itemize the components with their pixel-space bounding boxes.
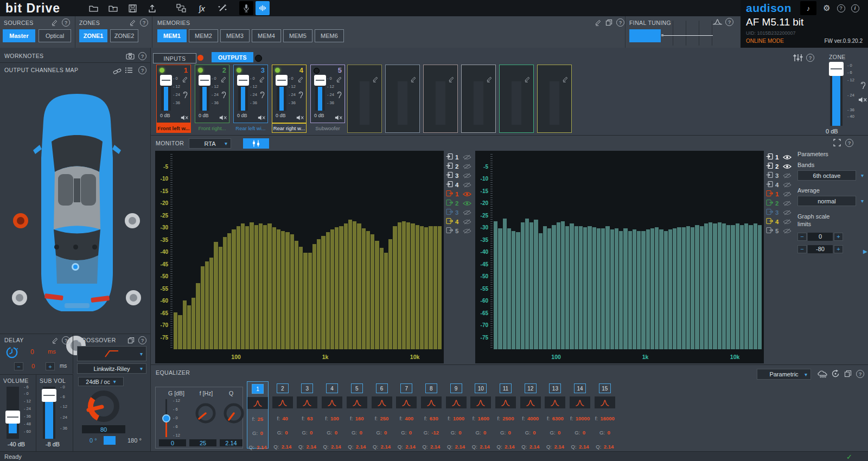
bell-curve-icon[interactable] [595, 396, 615, 408]
q-knob[interactable] [222, 401, 246, 425]
eye-off-icon[interactable] [783, 208, 792, 217]
delay-minus-button[interactable]: − [14, 362, 23, 370]
eye-off-icon[interactable] [783, 199, 792, 208]
limit-top-minus-button[interactable]: − [797, 233, 807, 241]
eq-band-number-button[interactable]: 11 [500, 383, 512, 393]
listening-point[interactable] [72, 263, 79, 271]
delay-help-icon[interactable]: ? [62, 336, 70, 344]
bands-dropdown[interactable]: 6th octave▾ [797, 170, 856, 181]
memory-button-mem4[interactable]: MEM4 [252, 29, 281, 42]
final-tuning-help-icon[interactable]: ? [725, 18, 733, 26]
limit-bottom-minus-button[interactable]: − [797, 245, 807, 253]
bell-curve-icon[interactable] [297, 396, 317, 408]
channel-power-led[interactable] [314, 68, 320, 74]
channel-mute-icon[interactable] [219, 113, 227, 123]
eye-off-icon[interactable] [463, 226, 471, 236]
eq-band-number-button[interactable]: 9 [450, 383, 462, 393]
microphone-button[interactable] [239, 1, 253, 15]
memories-copy-icon[interactable] [605, 18, 612, 28]
empty-channel-slot[interactable] [537, 65, 572, 133]
eye-off-icon[interactable] [463, 171, 471, 181]
tab-inputs[interactable]: INPUTS [153, 53, 196, 63]
eye-off-icon[interactable] [783, 217, 792, 227]
rta-levels-button[interactable] [256, 1, 270, 15]
monitor-help-icon[interactable]: ? [845, 139, 853, 147]
eq-help-icon[interactable]: ? [856, 370, 864, 378]
monitor-mode-dropdown[interactable]: RTA▾ [189, 138, 231, 149]
channel-listen-ear-icon[interactable] [182, 91, 188, 101]
channel-power-led[interactable] [275, 68, 280, 73]
eye-icon[interactable] [783, 162, 792, 171]
eq-band-number-button[interactable]: 14 [574, 383, 586, 393]
zone-mute-icon[interactable] [858, 95, 867, 105]
memories-help-icon[interactable]: ? [616, 18, 624, 27]
eye-off-icon[interactable] [463, 180, 471, 190]
channel-fader-handle[interactable] [276, 75, 288, 86]
eq-band-number-button[interactable]: 12 [525, 383, 537, 393]
bell-curve-icon[interactable] [347, 396, 367, 408]
channel-fader-handle[interactable] [160, 75, 172, 86]
empty-channel-slot[interactable] [385, 65, 420, 133]
gain-slider-handle[interactable] [162, 414, 170, 422]
channel-fader-handle[interactable] [237, 75, 249, 86]
bell-curve-icon[interactable] [421, 396, 442, 408]
memory-button-mem1[interactable]: MEM1 [157, 29, 187, 42]
routing-icon[interactable] [174, 1, 188, 15]
phase-toggle[interactable] [104, 436, 116, 445]
freq-knob[interactable] [194, 401, 218, 425]
channel-mute-icon[interactable] [258, 113, 266, 123]
play-tone-button[interactable]: ♪ [800, 1, 816, 15]
empty-channel-slot[interactable] [347, 65, 382, 133]
eq-mode-dropdown[interactable]: Parametric▾ [757, 369, 811, 380]
eq-band-number-button[interactable]: 6 [376, 383, 388, 393]
memory-button-mem6[interactable]: MEM6 [315, 29, 344, 42]
crossover-help-icon[interactable]: ? [138, 336, 146, 344]
channel-listen-ear-icon[interactable] [298, 91, 304, 101]
help-icon[interactable]: ? [834, 1, 848, 15]
eq-band-number-button[interactable]: 5 [351, 383, 363, 393]
bell-curve-icon[interactable] [545, 396, 565, 408]
speaker-front-left[interactable] [13, 213, 28, 228]
eye-off-icon[interactable] [783, 189, 792, 199]
zone-button-zone2[interactable]: ZONE2 [110, 29, 138, 42]
delay-edit-icon[interactable] [52, 336, 59, 346]
template-folder-icon[interactable]: T [106, 1, 120, 15]
channel-mute-icon[interactable] [181, 113, 189, 123]
crossover-freq-knob[interactable] [86, 388, 122, 424]
eye-off-icon[interactable] [783, 226, 792, 236]
speaker-front-right[interactable] [125, 213, 140, 228]
tab-outputs[interactable]: OUTPUTS [212, 52, 253, 62]
fx-icon[interactable]: ∫x [195, 1, 209, 15]
eq-band-number-button[interactable]: 4 [326, 383, 338, 393]
channel-listen-ear-icon[interactable] [259, 91, 265, 101]
channel-label[interactable]: Front right... [195, 123, 229, 133]
mixer-sliders-icon[interactable] [793, 54, 803, 64]
channel-power-led[interactable] [198, 68, 203, 73]
eq-band-number-button[interactable]: 1 [252, 384, 264, 394]
zone-listen-ear-icon[interactable] [860, 81, 866, 92]
wizard-wand-icon[interactable] [215, 1, 229, 15]
source-button-optical[interactable]: Optical [39, 29, 71, 42]
channel-listen-ear-icon[interactable] [221, 91, 227, 101]
eye-icon[interactable] [463, 199, 471, 208]
channel-power-led[interactable] [159, 68, 164, 73]
zones-edit-icon[interactable] [129, 18, 136, 28]
channel-label[interactable]: Subwoofer [310, 123, 345, 133]
open-folder-icon[interactable] [86, 1, 100, 15]
bell-curve-icon[interactable] [396, 396, 417, 408]
channel-label[interactable]: Rear right w... [272, 123, 307, 133]
channel-edit-icon[interactable] [182, 75, 188, 85]
average-dropdown[interactable]: normal▾ [797, 196, 856, 206]
channel-listen-ear-icon[interactable] [336, 91, 342, 101]
channel-edit-icon[interactable] [336, 75, 342, 85]
export-icon[interactable] [145, 1, 159, 15]
bell-curve-icon[interactable] [446, 396, 467, 408]
link-channels-icon[interactable] [113, 67, 122, 76]
slope-dropdown[interactable]: 24dB / oc▾ [78, 377, 124, 386]
empty-channel-slot[interactable] [423, 65, 458, 133]
eq-reset-icon[interactable] [831, 369, 840, 380]
memory-button-mem3[interactable]: MEM3 [220, 29, 250, 42]
bell-curve-icon[interactable] [272, 396, 293, 408]
save-icon[interactable] [125, 1, 139, 15]
eq-band-number-button[interactable]: 10 [475, 383, 487, 393]
